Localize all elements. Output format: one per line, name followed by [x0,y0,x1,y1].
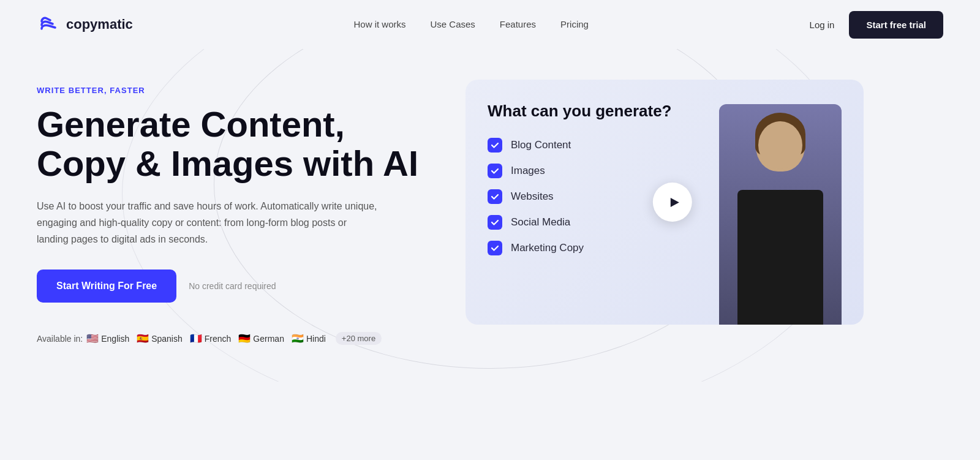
list-item: Images [488,164,719,178]
lang-french-label: French [205,334,232,344]
flag-french: 🇫🇷 [190,333,202,344]
logo[interactable]: copymatic [37,13,133,36]
nav-links: How it works Use Cases Features Pricing [353,19,588,30]
check-icon-blog [488,138,502,153]
flag-english: 🇺🇸 [86,333,99,344]
play-button[interactable] [653,183,692,222]
list-item: Blog Content [488,138,719,153]
start-free-trial-button[interactable]: Start free trial [849,11,943,39]
person-illustration [719,102,842,325]
lang-english: 🇺🇸 English [86,333,129,344]
person-figure [719,104,842,325]
lang-german: 🇩🇪 German [238,333,284,344]
flag-german: 🇩🇪 [238,333,251,344]
hero-right: What can you generate? Blog Content Imag… [466,80,864,325]
play-icon [667,195,680,209]
check-icon-images [488,164,502,178]
logo-text: copymatic [66,17,133,32]
navbar: copymatic How it works Use Cases Feature… [0,0,980,49]
lang-spanish: 🇪🇸 Spanish [137,333,183,344]
login-link[interactable]: Log in [810,20,835,30]
hero-section: WRITE BETTER, FASTER Generate Content, C… [0,49,980,382]
list-item-label: Images [511,165,545,177]
nav-right: Log in Start free trial [810,11,943,39]
hero-description: Use AI to boost your traffic and save ho… [37,198,380,248]
list-item-label: Blog Content [511,139,571,151]
person-face [758,121,802,169]
nav-item-pricing[interactable]: Pricing [560,19,589,29]
lang-hindi-label: Hindi [306,334,326,344]
person-body [737,190,823,325]
start-writing-button[interactable]: Start Writing For Free [37,270,176,303]
nav-item-use-cases[interactable]: Use Cases [431,19,475,29]
generate-card: What can you generate? Blog Content Imag… [466,80,864,325]
lang-english-label: English [101,334,129,344]
check-icon-social [488,215,502,230]
hero-title-line1: Generate Content, [37,104,345,144]
lang-spanish-label: Spanish [151,334,183,344]
available-in-label: Available in: [37,334,83,344]
languages-row: Available in: 🇺🇸 English 🇪🇸 Spanish 🇫🇷 F… [37,332,429,345]
nav-item-features[interactable]: Features [500,19,536,29]
list-item: Marketing Copy [488,241,719,255]
flag-spanish: 🇪🇸 [137,333,149,344]
hero-title: Generate Content, Copy & Images with AI [37,105,429,183]
list-item-label: Websites [511,190,554,203]
hero-title-line2: Copy & Images with AI [37,143,418,183]
hero-left: WRITE BETTER, FASTER Generate Content, C… [37,74,429,345]
hero-tagline: WRITE BETTER, FASTER [37,86,429,95]
more-languages-badge[interactable]: +20 more [336,332,382,345]
nav-item-how-it-works[interactable]: How it works [353,19,405,29]
list-item-label: Social Media [511,216,570,228]
no-credit-card-label: No credit card required [189,281,276,291]
logo-icon [37,13,60,36]
flag-hindi: 🇮🇳 [292,333,304,344]
list-item-label: Marketing Copy [511,242,584,254]
check-icon-marketing [488,241,502,255]
hero-cta-row: Start Writing For Free No credit card re… [37,270,429,303]
lang-french: 🇫🇷 French [190,333,232,344]
lang-german-label: German [253,334,284,344]
card-title: What can you generate? [488,102,719,121]
check-icon-websites [488,189,502,204]
lang-hindi: 🇮🇳 Hindi [292,333,326,344]
